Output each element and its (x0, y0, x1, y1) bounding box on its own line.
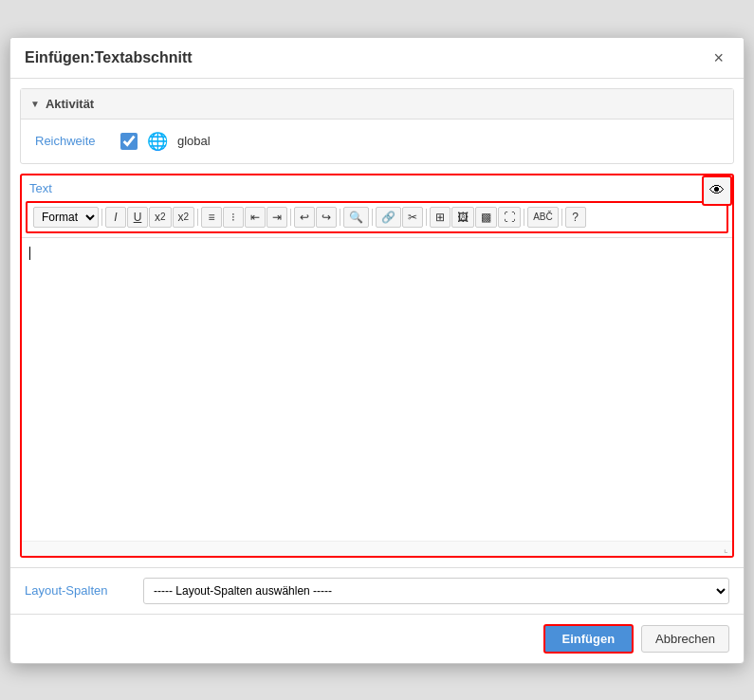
table-button[interactable]: ⊞ (430, 207, 451, 228)
dialog-footer: Einfügen Abbrechen (10, 614, 744, 663)
toolbar-separator-5 (372, 209, 373, 226)
undo-button[interactable]: ↩ (294, 207, 315, 228)
toolbar-separator-1 (101, 209, 102, 226)
toolbar-separator-4 (340, 209, 340, 226)
close-button[interactable]: × (708, 47, 729, 68)
section-content: Reichweite 🌐 global (21, 120, 733, 163)
text-section-outer: Text Format I U x2 x2 ≡ ⁝ ⇤ ⇥ (20, 174, 734, 558)
reichweite-checkbox[interactable] (120, 133, 138, 150)
media-button[interactable]: ▩ (475, 207, 497, 228)
layout-row: Layout-Spalten ----- Layout-Spalten ausw… (10, 567, 744, 614)
redo-button[interactable]: ↪ (316, 207, 337, 228)
toolbar-separator-3 (290, 209, 291, 226)
dialog-title: Einfügen:Textabschnitt (25, 49, 193, 66)
dialog-header: Einfügen:Textabschnitt × (10, 38, 744, 79)
ordered-list-button[interactable]: ≡ (201, 207, 222, 228)
dialog-body: ▼ Aktivität Reichweite 🌐 global Text F (10, 88, 744, 614)
cancel-button[interactable]: Abbrechen (641, 625, 729, 653)
search-button[interactable]: 🔍 (343, 207, 369, 228)
editor-area[interactable] (22, 237, 732, 541)
link-button[interactable]: 🔗 (376, 207, 401, 228)
editor-cursor (29, 247, 30, 260)
aktivitat-section: ▼ Aktivität Reichweite 🌐 global (20, 88, 734, 164)
eye-icon: 👁︎ (709, 182, 725, 199)
section-arrow: ▼ (30, 99, 40, 109)
section-header[interactable]: ▼ Aktivität (21, 89, 733, 120)
unlink-button[interactable]: ✂ (402, 207, 423, 228)
toolbar-separator-6 (426, 209, 427, 226)
text-section-wrapper: Text Format I U x2 x2 ≡ ⁝ ⇤ ⇥ (20, 174, 734, 558)
indent-left-button[interactable]: ⇤ (245, 207, 266, 228)
fullscreen-button[interactable]: ⛶ (498, 207, 521, 228)
superscript-button[interactable]: x2 (173, 207, 195, 228)
reichweite-label: Reichweite (35, 134, 111, 148)
toolbar-separator-7 (524, 209, 524, 226)
unordered-list-button[interactable]: ⁝ (223, 207, 244, 228)
layout-select[interactable]: ----- Layout-Spalten auswählen ----- (143, 578, 729, 604)
text-section-label: Text (22, 175, 732, 199)
insert-button[interactable]: Einfügen (543, 624, 634, 654)
resize-icon[interactable]: ⌞ (724, 543, 728, 554)
spellcheck-button[interactable]: ABČ (527, 207, 559, 228)
toolbar-separator-2 (197, 209, 198, 226)
format-select[interactable]: Format (33, 207, 99, 228)
underline-button[interactable]: U (127, 207, 148, 228)
eye-button[interactable]: 👁︎ (702, 175, 732, 206)
editor-resize-handle: ⌞ (22, 541, 732, 556)
subscript-button[interactable]: x2 (149, 207, 172, 228)
editor-toolbar: Format I U x2 x2 ≡ ⁝ ⇤ ⇥ ↩ ↪ 🔍 (26, 201, 728, 233)
section-title: Aktivität (46, 97, 94, 111)
italic-button[interactable]: I (105, 207, 126, 228)
global-text: global (177, 134, 211, 148)
dialog: Einfügen:Textabschnitt × ▼ Aktivität Rei… (9, 37, 745, 664)
eye-button-wrapper: 👁︎ (702, 175, 732, 206)
image-button[interactable]: 🖼 (451, 207, 474, 228)
indent-right-button[interactable]: ⇥ (267, 207, 287, 228)
help-button[interactable]: ? (565, 207, 586, 228)
layout-label: Layout-Spalten (25, 583, 129, 598)
toolbar-separator-8 (561, 209, 562, 226)
globe-icon: 🌐 (147, 131, 168, 152)
reichweite-row: Reichweite 🌐 global (35, 131, 719, 152)
